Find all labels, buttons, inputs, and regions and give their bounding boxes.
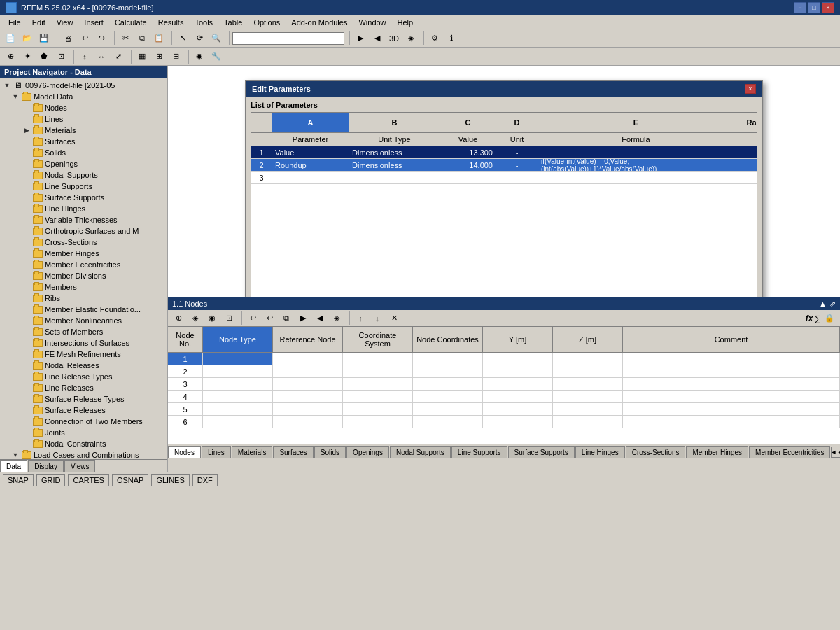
menu-help[interactable]: Help [392,17,419,28]
menu-view[interactable]: View [51,17,79,28]
sidebar-item-nodes[interactable]: Nodes [0,102,167,113]
tree-toggle-load-cases[interactable]: ▼ [11,451,20,459]
grid-cell-1-param[interactable]: Value [272,146,349,158]
grid-cell-3-formula[interactable] [538,172,734,183]
bt-btn3[interactable]: ◉ [204,311,220,326]
bt-lock[interactable]: 🔒 [822,311,837,326]
sidebar-item-member-elastic[interactable]: Member Elastic Foundatio... [0,304,167,315]
sidebar-item-materials[interactable]: ▶ Materials [0,125,167,136]
bt-btn1[interactable]: ⊕ [171,311,186,326]
toolbar-new[interactable]: 📄 [3,31,18,46]
bt-btn11[interactable]: ↑ [353,311,368,326]
status-osnap[interactable]: OSNAP [112,474,149,486]
tb2-btn2[interactable]: ✦ [20,49,35,64]
toolbar-save[interactable]: 💾 [36,31,52,46]
tab-line-hinges[interactable]: Line Hinges [575,446,625,458]
bt-btn2[interactable]: ◈ [188,311,203,326]
grid-row-2[interactable]: 2 Roundup Dimensionless 14.000 - if(Valu… [251,159,757,172]
menu-calculate[interactable]: Calculate [109,17,153,28]
bt-btn12[interactable]: ↓ [370,311,385,326]
tab-member-eccentricities[interactable]: Member Eccentricities [749,446,830,458]
tab-nodal-supports[interactable]: Nodal Supports [390,446,451,458]
tree-toggle-root[interactable]: ▼ [3,81,11,90]
toolbar-info[interactable]: ℹ [444,31,459,46]
tab-openings[interactable]: Openings [346,446,389,458]
sidebar-item-intersections[interactable]: Intersections of Surfaces [0,337,167,349]
grid-cell-2-value[interactable]: 14.000 [440,159,496,171]
tab-display[interactable]: Display [28,460,64,472]
toolbar-paste[interactable]: 📋 [151,31,167,46]
tb2-btn7[interactable]: ⤢ [111,49,126,64]
maximize-button[interactable]: □ [808,2,820,13]
toolbar-select[interactable]: ↖ [175,31,190,46]
toolbar-cut[interactable]: ✂ [118,31,133,46]
bt-btn6[interactable]: ↩ [262,311,277,326]
sidebar-item-member-nonlinear[interactable]: Member Nonlinearities [0,315,167,326]
tb2-btn6[interactable]: ↔ [94,49,109,64]
tb2-btn8[interactable]: ▦ [134,49,150,64]
toolbar-3d[interactable]: 3D [386,31,402,46]
sidebar-item-connection-two-members[interactable]: Connection of Two Members [0,416,167,427]
sidebar-item-fe-mesh[interactable]: FE Mesh Refinements [0,349,167,360]
status-dxf[interactable]: DXF [192,474,218,486]
sidebar-item-ribs[interactable]: Ribs [0,293,167,304]
grid-row-1[interactable]: 1 Value Dimensionless 13.300 - [251,146,757,159]
tab-cross-sections[interactable]: Cross-Sections [626,446,686,458]
sidebar-item-surfaces[interactable]: Surfaces [0,136,167,147]
tb2-btn1[interactable]: ⊕ [3,49,18,64]
bt-btn9[interactable]: ◀ [312,311,328,326]
tab-prev-prev[interactable]: ◄◄ [831,447,840,458]
grid-cell-3-unit[interactable] [349,172,440,183]
toolbar-print[interactable]: 🖨 [60,31,76,46]
status-cartes[interactable]: CARTES [68,474,108,486]
menu-file[interactable]: File [3,17,27,28]
sidebar-item-cross-sections[interactable]: Cross-Sections [0,237,167,248]
tab-materials[interactable]: Materials [232,446,273,458]
menu-window[interactable]: Window [353,17,391,28]
sidebar-item-orthotropic[interactable]: Orthotropic Surfaces and M [0,225,167,237]
grid-body[interactable]: 1 Value Dimensionless 13.300 - 2 [251,146,757,314]
sidebar-item-member-divisions[interactable]: Member Divisions [0,270,167,281]
sidebar-item-lines[interactable]: Lines [0,113,167,125]
toolbar-undo[interactable]: ↩ [77,31,92,46]
bottom-grid-row-5[interactable]: 5 [168,403,840,416]
bt-btn10[interactable]: ◈ [329,311,344,326]
sidebar-item-joints[interactable]: Joints [0,427,167,438]
tab-lines[interactable]: Lines [202,446,231,458]
bottom-grid-row-1[interactable]: 1 [168,353,840,365]
sidebar-item-line-hinges[interactable]: Line Hinges [0,203,167,214]
tb2-btn11[interactable]: ◉ [192,49,207,64]
tb2-btn9[interactable]: ⊞ [151,49,167,64]
toolbar-go[interactable]: ▶ [353,31,368,46]
bt-btn13[interactable]: ✕ [386,311,402,326]
tab-surfaces[interactable]: Surfaces [273,446,313,458]
tab-data[interactable]: Data [0,460,27,472]
sidebar-item-solids[interactable]: Solids [0,147,167,158]
grid-cell-1-value[interactable]: 13.300 [440,146,496,158]
toolbar-settings[interactable]: ⚙ [427,31,442,46]
tb2-btn4[interactable]: ⊡ [53,49,69,64]
status-glines[interactable]: GLINES [151,474,189,486]
toolbar-redo[interactable]: ↪ [94,31,109,46]
sidebar-item-member-hinges[interactable]: Member Hinges [0,248,167,259]
tab-solids[interactable]: Solids [314,446,346,458]
sidebar-item-line-release-types[interactable]: Line Release Types [0,371,167,382]
sidebar-item-sets-of-members[interactable]: Sets of Members [0,326,167,337]
status-grid[interactable]: GRID [36,474,66,486]
minimize-button[interactable]: − [794,2,806,13]
bt-btn4[interactable]: ⊡ [221,311,237,326]
tb2-btn12[interactable]: 🔧 [209,49,224,64]
grid-cell-3-param[interactable] [272,172,349,183]
sidebar-item-member-eccentricities[interactable]: Member Eccentricities [0,259,167,270]
tab-surface-supports[interactable]: Surface Supports [508,446,575,458]
sidebar-item-members[interactable]: Members [0,281,167,293]
bt-btn8[interactable]: ▶ [295,311,311,326]
grid-cell-1-formula[interactable] [538,146,734,158]
sidebar-item-nodal-constraints[interactable]: Nodal Constraints [0,438,167,449]
expand-icon[interactable]: ▲ [819,300,827,308]
bottom-grid-row-6[interactable]: 6 [168,416,840,428]
sidebar-item-load-cases[interactable]: ▼ Load Cases and Combinations [0,449,167,459]
bottom-grid-row-3[interactable]: 3 [168,378,840,391]
sidebar-item-nodal-releases[interactable]: Nodal Releases [0,360,167,371]
bottom-grid-row-4[interactable]: 4 [168,391,840,403]
